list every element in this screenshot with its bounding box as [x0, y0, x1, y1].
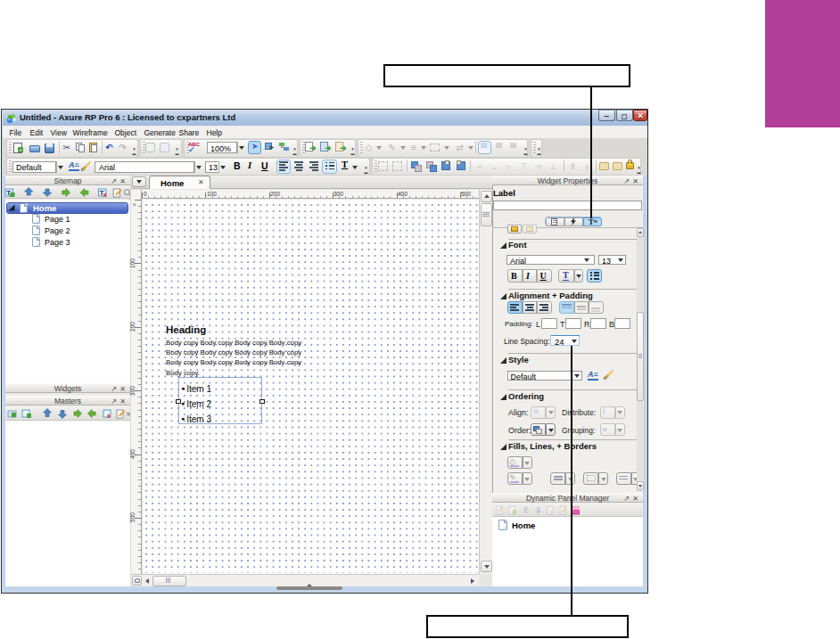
svg-text:≫: ≫ [126, 411, 130, 417]
svg-text:x: x [103, 192, 107, 198]
svg-text:x: x [107, 413, 111, 419]
